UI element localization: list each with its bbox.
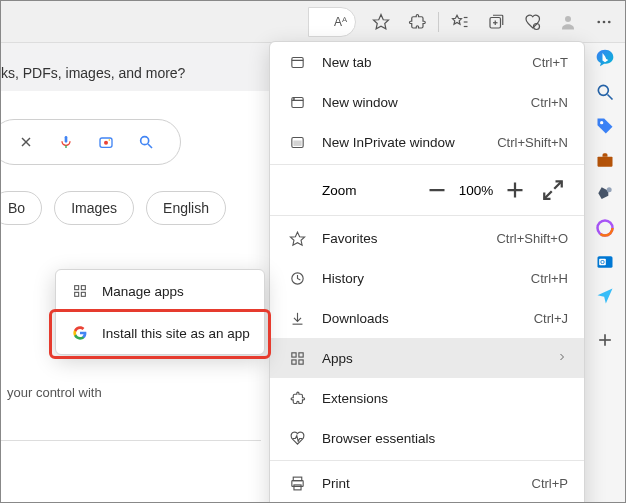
menu-shortcut: Ctrl+P [532, 476, 568, 491]
menu-label: History [322, 271, 531, 286]
new-window-icon [286, 94, 308, 111]
svg-rect-56 [293, 484, 300, 489]
menu-shortcut: Ctrl+H [531, 271, 568, 286]
send-plane-icon[interactable] [594, 285, 616, 307]
menu-label: New tab [322, 55, 532, 70]
menu-shortcut: Ctrl+Shift+N [497, 135, 568, 150]
pulse-heart-icon [286, 430, 308, 447]
svg-rect-65 [81, 292, 85, 296]
microsoft365-icon[interactable] [594, 217, 616, 239]
chip-images[interactable]: Images [54, 191, 134, 225]
chip-bo[interactable]: Bo [0, 191, 42, 225]
menu-new-inprivate[interactable]: New InPrivate window Ctrl+Shift+N [270, 122, 584, 162]
apps-submenu: Manage apps Install this site as an app [55, 269, 265, 355]
new-tab-icon [286, 54, 308, 71]
svg-point-15 [600, 121, 603, 124]
favorite-star-icon[interactable] [366, 7, 396, 37]
svg-rect-16 [598, 157, 613, 167]
zoom-value: 100% [452, 183, 500, 198]
svg-point-12 [608, 20, 611, 23]
chip-english[interactable]: English [146, 191, 226, 225]
zoom-label: Zoom [286, 183, 422, 198]
svg-point-10 [597, 20, 600, 23]
games-icon[interactable] [594, 183, 616, 205]
chevron-right-icon [556, 351, 568, 366]
divider [0, 440, 261, 441]
menu-print[interactable]: Print Ctrl+P [270, 463, 584, 503]
submenu-install-app[interactable]: Install this site as an app [56, 312, 264, 354]
menu-label: Extensions [322, 391, 568, 406]
svg-marker-0 [374, 14, 389, 28]
menu-divider [270, 164, 584, 165]
fullscreen-icon[interactable] [538, 175, 568, 205]
google-g-icon [70, 325, 90, 341]
menu-extensions[interactable]: Extensions [270, 378, 584, 418]
menu-label: New window [322, 95, 531, 110]
voice-mic-icon[interactable] [58, 131, 74, 153]
favorites-list-icon[interactable] [445, 7, 475, 37]
menu-label: Print [322, 476, 532, 491]
svg-rect-64 [75, 292, 79, 296]
read-aloud-icon[interactable]: Aᴬ [334, 15, 347, 29]
svg-rect-63 [81, 286, 85, 290]
profile-icon[interactable] [553, 7, 583, 37]
svg-point-31 [109, 139, 111, 141]
menu-label: Favorites [322, 231, 496, 246]
menu-label: Browser essentials [322, 431, 568, 446]
menu-label: Apps [322, 351, 556, 366]
zoom-out-button[interactable] [422, 175, 452, 205]
clear-x-icon[interactable] [18, 131, 34, 153]
search-icon[interactable] [594, 81, 616, 103]
outlook-icon[interactable]: O [594, 251, 616, 273]
zoom-in-button[interactable] [500, 175, 530, 205]
inprivate-icon [286, 134, 308, 151]
svg-point-38 [293, 98, 294, 99]
svg-rect-40 [293, 141, 300, 145]
menu-downloads[interactable]: Downloads Ctrl+J [270, 298, 584, 338]
tools-briefcase-icon[interactable] [594, 149, 616, 171]
svg-rect-34 [291, 57, 302, 67]
download-icon [286, 310, 308, 327]
print-icon [286, 475, 308, 492]
svg-marker-46 [290, 232, 304, 245]
submenu-manage-apps[interactable]: Manage apps [56, 270, 264, 312]
svg-rect-53 [298, 359, 302, 363]
bing-chat-icon[interactable] [594, 47, 616, 69]
puzzle-icon [286, 390, 308, 407]
collections-icon[interactable] [481, 7, 511, 37]
menu-apps[interactable]: Apps [270, 338, 584, 378]
menu-browser-essentials[interactable]: Browser essentials [270, 418, 584, 458]
star-icon [286, 230, 308, 247]
browser-essentials-heart-icon[interactable] [517, 7, 547, 37]
menu-favorites[interactable]: Favorites Ctrl+Shift+O [270, 218, 584, 258]
svg-line-14 [608, 95, 613, 100]
settings-more-icon[interactable] [589, 7, 619, 37]
address-bar-end[interactable]: Aᴬ [308, 7, 356, 37]
menu-divider [270, 215, 584, 216]
menu-new-tab[interactable]: New tab Ctrl+T [270, 42, 584, 82]
shopping-tag-icon[interactable] [594, 115, 616, 137]
svg-rect-52 [291, 359, 295, 363]
menu-new-window[interactable]: New window Ctrl+N [270, 82, 584, 122]
submenu-label: Manage apps [102, 284, 184, 299]
svg-point-9 [565, 16, 571, 22]
lens-camera-icon[interactable] [98, 131, 114, 153]
menu-label: Downloads [322, 311, 534, 326]
extensions-puzzle-icon[interactable] [402, 7, 432, 37]
edge-sidebar: O [585, 43, 625, 502]
menu-history[interactable]: History Ctrl+H [270, 258, 584, 298]
google-search-box[interactable] [0, 119, 181, 165]
svg-rect-50 [291, 352, 295, 356]
svg-point-30 [104, 141, 108, 145]
menu-shortcut: Ctrl+N [531, 95, 568, 110]
menu-shortcut: Ctrl+J [534, 311, 568, 326]
search-magnifier-icon[interactable] [138, 131, 154, 153]
apps-grid-icon [286, 350, 308, 367]
svg-point-11 [603, 20, 606, 23]
add-sidebar-icon[interactable] [594, 329, 616, 351]
svg-rect-51 [298, 352, 302, 356]
svg-line-33 [148, 144, 152, 148]
svg-rect-62 [75, 286, 79, 290]
settings-menu: New tab Ctrl+T New window Ctrl+N New InP… [269, 41, 585, 503]
menu-divider [270, 460, 584, 461]
